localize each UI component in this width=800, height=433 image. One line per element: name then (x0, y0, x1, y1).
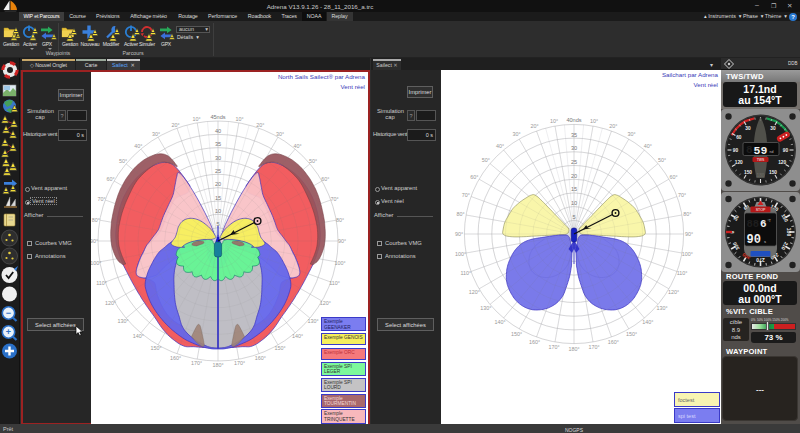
svg-text:50°: 50° (309, 158, 317, 164)
svg-text:8: 8 (746, 144, 753, 156)
svg-text:110°: 110° (96, 280, 107, 286)
svg-text:90°: 90° (91, 238, 98, 244)
svg-text:s: s (764, 239, 766, 244)
svg-text:120°: 120° (668, 289, 679, 295)
svg-text:40°: 40° (294, 143, 302, 149)
svg-text:+: + (6, 327, 11, 337)
svg-text:140°: 140° (642, 319, 653, 325)
svg-text:70°: 70° (678, 192, 686, 198)
svg-text:170°: 170° (191, 360, 202, 366)
svg-text:120: 120 (735, 160, 743, 165)
svg-text:50°: 50° (482, 157, 490, 163)
svg-text:40nds: 40nds (566, 117, 581, 123)
svg-text:60: 60 (736, 135, 742, 140)
svg-text:40°: 40° (644, 143, 652, 149)
svg-text:70°: 70° (97, 195, 105, 201)
svg-text:20°: 20° (531, 123, 539, 129)
svg-text:60°: 60° (470, 174, 478, 180)
svg-text:100°: 100° (455, 251, 466, 257)
svg-text:140°: 140° (495, 319, 506, 325)
svg-text:10°: 10° (590, 118, 598, 124)
svg-text:160°: 160° (529, 339, 540, 345)
svg-text:10°: 10° (550, 118, 558, 124)
svg-text:45nds: 45nds (210, 114, 225, 120)
svg-text:80°: 80° (92, 216, 100, 222)
svg-text:60°: 60° (670, 174, 678, 180)
svg-text:150: 150 (744, 170, 752, 175)
svg-text:40°: 40° (134, 143, 142, 149)
svg-text:80°: 80° (336, 216, 344, 222)
svg-text:°T: °T (768, 219, 771, 223)
svg-text:50°: 50° (658, 157, 666, 163)
svg-text:90°: 90° (685, 231, 693, 237)
svg-text:150°: 150° (150, 345, 161, 351)
svg-text:90: 90 (783, 148, 789, 153)
svg-text:90: 90 (747, 233, 761, 247)
svg-text:130°: 130° (480, 305, 491, 311)
svg-text:160°: 160° (170, 354, 181, 360)
svg-text:120: 120 (778, 160, 786, 165)
svg-text:70°: 70° (462, 192, 470, 198)
svg-text:170°: 170° (588, 344, 599, 350)
svg-text:STOP: STOP (756, 208, 766, 212)
svg-text:88: 88 (747, 218, 760, 230)
svg-text:170°: 170° (234, 360, 245, 366)
svg-text:180°: 180° (212, 362, 223, 368)
svg-text:120°: 120° (469, 289, 480, 295)
svg-text:20°: 20° (609, 123, 617, 129)
svg-text:150°: 150° (626, 331, 637, 337)
svg-text:30°: 30° (512, 131, 520, 137)
svg-text:−: − (6, 308, 11, 318)
svg-text:40°: 40° (496, 143, 504, 149)
svg-text:30°: 30° (152, 130, 160, 136)
svg-text:nd: nd (770, 150, 774, 154)
svg-text:110°: 110° (329, 280, 340, 286)
svg-text:60°: 60° (107, 176, 115, 182)
svg-text:130°: 130° (307, 317, 318, 323)
svg-text:100°: 100° (682, 251, 693, 257)
svg-text:30°: 30° (627, 131, 635, 137)
svg-text:150°: 150° (511, 331, 522, 337)
svg-text:59: 59 (754, 144, 768, 157)
svg-text:80°: 80° (457, 211, 465, 217)
svg-text:110°: 110° (677, 270, 688, 276)
svg-text:30: 30 (770, 126, 776, 131)
svg-text:170°: 170° (548, 344, 559, 350)
svg-text:150: 150 (769, 170, 777, 175)
svg-text:180: 180 (786, 228, 792, 237)
svg-text:80°: 80° (683, 211, 691, 217)
svg-text:90: 90 (733, 148, 739, 153)
svg-text:20°: 20° (172, 121, 180, 127)
svg-text:270: 270 (756, 257, 765, 263)
svg-text:30°: 30° (276, 130, 284, 136)
svg-text:70°: 70° (330, 195, 338, 201)
svg-text:130°: 130° (657, 305, 668, 311)
svg-text:TWS: TWS (757, 158, 765, 162)
svg-text:20°: 20° (256, 121, 264, 127)
svg-text:110°: 110° (461, 270, 472, 276)
svg-text:30: 30 (745, 126, 751, 131)
svg-text:150°: 150° (274, 345, 285, 351)
svg-text:90°: 90° (338, 238, 346, 244)
svg-text:50°: 50° (119, 158, 127, 164)
svg-text:60°: 60° (321, 176, 329, 182)
svg-text:180°: 180° (568, 346, 579, 352)
svg-text:10°: 10° (192, 115, 200, 121)
svg-text:160°: 160° (255, 354, 266, 360)
svg-text:130°: 130° (117, 317, 128, 323)
svg-text:10°: 10° (235, 115, 243, 121)
svg-text:160°: 160° (608, 339, 619, 345)
svg-text:90°: 90° (455, 231, 463, 237)
svg-text:6: 6 (760, 218, 767, 230)
